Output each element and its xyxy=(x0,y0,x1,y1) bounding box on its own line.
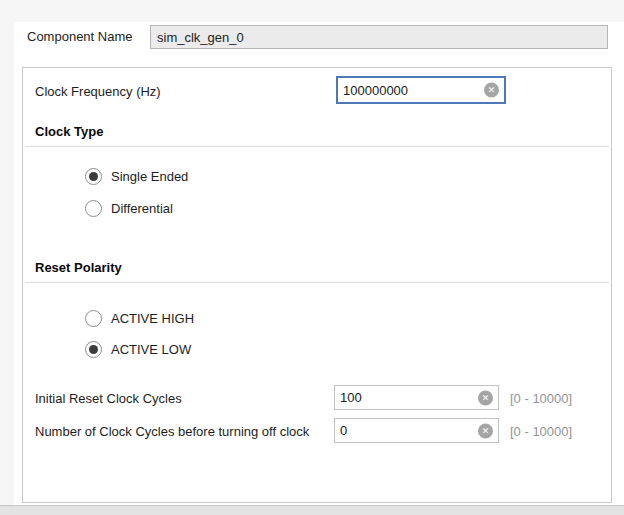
radio-single-ended[interactable]: Single Ended xyxy=(85,167,188,185)
radio-active-low-label: ACTIVE LOW xyxy=(111,342,191,357)
radio-differential-label: Differential xyxy=(111,201,173,216)
turnoff-cycles-field: ✕ xyxy=(334,418,499,443)
config-panel: Clock Frequency (Hz) ✕ Clock Type Single… xyxy=(22,67,612,503)
section-clock-type-title: Clock Type xyxy=(35,124,103,139)
clear-icon[interactable]: ✕ xyxy=(484,83,499,98)
initial-reset-cycles-label: Initial Reset Clock Cycles xyxy=(35,391,182,406)
clock-frequency-label: Clock Frequency (Hz) xyxy=(35,84,161,99)
section-divider xyxy=(25,146,609,147)
radio-differential[interactable]: Differential xyxy=(85,199,173,217)
radio-unselected-icon xyxy=(85,310,102,327)
radio-active-high-label: ACTIVE HIGH xyxy=(111,311,194,326)
clock-frequency-input[interactable] xyxy=(338,78,504,102)
initial-reset-cycles-field: ✕ xyxy=(334,385,499,410)
radio-selected-icon xyxy=(85,341,102,358)
clock-frequency-field: ✕ xyxy=(336,76,506,104)
section-reset-polarity-title: Reset Polarity xyxy=(35,260,122,275)
turnoff-cycles-label: Number of Clock Cycles before turning of… xyxy=(35,424,309,439)
turnoff-cycles-input[interactable] xyxy=(335,419,498,442)
component-name-input[interactable] xyxy=(150,25,608,49)
range-hint: [0 - 10000] xyxy=(510,391,572,406)
radio-unselected-icon xyxy=(85,200,102,217)
clear-icon[interactable]: ✕ xyxy=(478,423,493,438)
bottom-edge-strip xyxy=(0,505,624,515)
component-name-label: Component Name xyxy=(27,29,133,44)
radio-active-low[interactable]: ACTIVE LOW xyxy=(85,340,191,358)
range-hint: [0 - 10000] xyxy=(510,424,572,439)
clear-icon[interactable]: ✕ xyxy=(478,390,493,405)
radio-single-ended-label: Single Ended xyxy=(111,169,188,184)
ip-customization-pane: Component Name Clock Frequency (Hz) ✕ Cl… xyxy=(0,0,624,515)
radio-selected-icon xyxy=(85,168,102,185)
section-divider xyxy=(25,282,609,283)
initial-reset-cycles-input[interactable] xyxy=(335,386,498,409)
radio-active-high[interactable]: ACTIVE HIGH xyxy=(85,309,194,327)
